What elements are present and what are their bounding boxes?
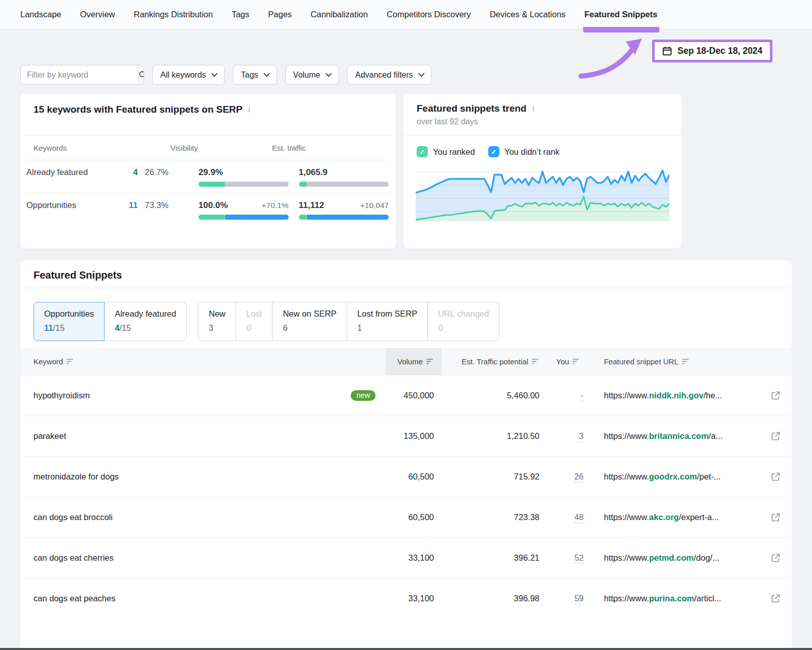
you-position-cell: 26 xyxy=(549,472,596,482)
external-link-icon[interactable] xyxy=(771,594,781,603)
snippet-url-link[interactable]: https://www.niddk.nih.gov/he... xyxy=(604,391,722,400)
column-header-keyword[interactable]: Keyword xyxy=(20,348,386,375)
checkbox-checked-blue-icon[interactable]: ✓ xyxy=(488,146,499,157)
trend-legend: ✓ You ranked ✓ You didn’t rank xyxy=(403,136,682,157)
summary-row-count: 11 xyxy=(122,200,138,210)
nav-tab-competitors-discovery[interactable]: Competitors Discovery xyxy=(387,0,471,29)
tab-lost[interactable]: Lost 0 xyxy=(236,302,273,341)
tab-new[interactable]: New 3 xyxy=(198,302,236,341)
visibility-value: 100.0% xyxy=(198,200,228,211)
you-position-link[interactable]: - xyxy=(581,391,584,401)
keyword-cell: parakeet xyxy=(20,431,386,441)
you-position-link[interactable]: 48 xyxy=(574,512,584,523)
nav-tab-devices-locations[interactable]: Devices & Locations xyxy=(490,0,566,29)
volume-dropdown[interactable]: Volume xyxy=(285,65,339,85)
tab-url-changed[interactable]: URL changed 0 xyxy=(428,302,499,341)
new-badge: new xyxy=(351,390,376,401)
keywords-table-header: Keyword Volume Est. Traffic potential Yo… xyxy=(20,348,792,375)
keyword-text: can dogs eat peaches xyxy=(33,594,115,603)
you-position-link[interactable]: 59 xyxy=(574,594,584,604)
featured-snippet-url-cell: https://www.akc.org/expert-a... xyxy=(596,512,792,522)
column-header-keyword-label: Keyword xyxy=(33,357,63,366)
nav-tab-overview[interactable]: Overview xyxy=(80,0,115,29)
summary-visibility-metric: 100.0% +70.1% xyxy=(198,200,288,220)
nav-tab-rankings-distribution[interactable]: Rankings Distribution xyxy=(134,0,213,29)
nav-tab-tags[interactable]: Tags xyxy=(231,0,249,29)
featured-snippet-url-cell: https://www.niddk.nih.gov/he... xyxy=(596,391,792,400)
featured-snippets-card: Featured Snippets Opportunities 11/15 Al… xyxy=(20,260,792,650)
tab-already-featured-count: 4 xyxy=(115,323,119,332)
external-link-icon[interactable] xyxy=(771,391,781,400)
legend-you-didnt-rank[interactable]: ✓ You didn’t rank xyxy=(488,146,560,157)
you-position-cell: 59 xyxy=(549,594,596,603)
snippet-url-link[interactable]: https://www.britannica.com/a... xyxy=(604,431,723,441)
keyword-cell: hypothyroidism new xyxy=(20,390,386,401)
chevron-down-icon xyxy=(211,70,218,77)
all-keywords-dropdown[interactable]: All keywords xyxy=(152,65,225,85)
tags-dropdown[interactable]: Tags xyxy=(233,65,277,85)
top-navigation: Landscape Overview Rankings Distribution… xyxy=(0,0,812,29)
summary-col-visibility: Visibility xyxy=(145,144,254,152)
table-row: can dogs eat peaches 33,100 396.98 59 ht… xyxy=(20,578,792,619)
tab-lost-from-serp-label: Lost from SERP xyxy=(357,309,417,319)
you-position-cell: 3 xyxy=(549,431,596,441)
keyword-text: can dogs eat cherries xyxy=(33,553,114,563)
you-position-link[interactable]: 52 xyxy=(574,553,584,564)
nav-tab-pages[interactable]: Pages xyxy=(268,0,292,29)
tags-dropdown-label: Tags xyxy=(241,71,258,80)
column-header-you[interactable]: You xyxy=(549,348,596,375)
nav-tab-featured-snippets-label: Featured Snippets xyxy=(584,10,657,19)
traffic-potential-cell: 715.92 xyxy=(442,472,549,482)
advanced-filters-dropdown[interactable]: Advanced filters xyxy=(347,65,432,85)
tab-new-on-serp-label: New on SERP xyxy=(283,309,336,319)
column-header-volume[interactable]: Volume xyxy=(386,348,442,375)
keyword-filter-input[interactable] xyxy=(21,71,138,80)
external-link-icon[interactable] xyxy=(771,553,781,563)
search-button[interactable] xyxy=(138,65,144,84)
traffic-progress-bar xyxy=(299,182,389,187)
sort-icon xyxy=(426,359,434,364)
external-link-icon[interactable] xyxy=(771,431,781,441)
you-position-link[interactable]: 26 xyxy=(574,472,584,483)
snippet-url-link[interactable]: https://www.purina.com/articl... xyxy=(604,594,721,603)
tab-url-changed-label: URL changed xyxy=(438,309,489,319)
featured-snippet-url-cell: https://www.britannica.com/a... xyxy=(596,431,792,441)
external-link-icon[interactable] xyxy=(771,472,781,482)
volume-cell: 450,000 xyxy=(386,391,442,400)
tab-opportunities[interactable]: Opportunities 11/15 xyxy=(33,302,105,341)
nav-tab-landscape[interactable]: Landscape xyxy=(20,0,61,29)
keyword-cell: can dogs eat broccoli xyxy=(20,512,386,522)
you-position-cell: - xyxy=(549,391,596,400)
summary-traffic-metric: 1,065.9 xyxy=(299,167,389,187)
visibility-value: 29.9% xyxy=(198,167,223,178)
snippet-url-link[interactable]: https://www.petmd.com/dog/... xyxy=(604,553,719,563)
tab-already-featured[interactable]: Already featured 4/15 xyxy=(105,302,187,341)
checkbox-checked-green-icon[interactable]: ✓ xyxy=(417,146,428,157)
tab-new-on-serp[interactable]: New on SERP 6 xyxy=(273,302,347,341)
snippet-url-link[interactable]: https://www.goodrx.com/pet-... xyxy=(604,472,721,482)
legend-you-ranked[interactable]: ✓ You ranked xyxy=(417,146,475,157)
info-icon[interactable]: i xyxy=(247,105,252,115)
summary-col-est-traffic: Est. traffic xyxy=(254,144,306,152)
tab-lost-from-serp[interactable]: Lost from SERP 1 xyxy=(347,302,428,341)
date-range-picker[interactable]: Sep 18-Dec 18, 2024 xyxy=(652,40,772,62)
summary-table: Keywords Visibility Est. traffic Already… xyxy=(20,136,396,229)
keyword-filter-box xyxy=(20,65,144,85)
trend-chart-svg xyxy=(416,164,669,224)
window-bottom-edge xyxy=(0,648,812,650)
column-header-featured-snippet-url[interactable]: Featured snippet URL xyxy=(596,348,792,375)
snippet-url-link[interactable]: https://www.akc.org/expert-a... xyxy=(604,512,719,522)
nav-tab-cannibalization[interactable]: Cannibalization xyxy=(311,0,368,29)
table-row: parakeet 135,000 1,210.50 3 https://www.… xyxy=(20,416,792,456)
column-header-est-traffic-potential[interactable]: Est. Traffic potential xyxy=(442,348,549,375)
trend-chart xyxy=(416,164,669,226)
nav-tab-featured-snippets[interactable]: Featured Snippets xyxy=(584,0,657,29)
you-position-link[interactable]: 3 xyxy=(579,431,584,442)
info-icon[interactable]: i xyxy=(531,104,535,114)
tab-opportunities-total: /15 xyxy=(53,323,64,332)
tab-lost-count: 0 xyxy=(246,323,262,333)
column-header-volume-label: Volume xyxy=(397,357,423,366)
tab-already-featured-total: /15 xyxy=(119,323,131,332)
external-link-icon[interactable] xyxy=(771,512,781,522)
summary-row-share: 73.3% xyxy=(145,200,180,210)
